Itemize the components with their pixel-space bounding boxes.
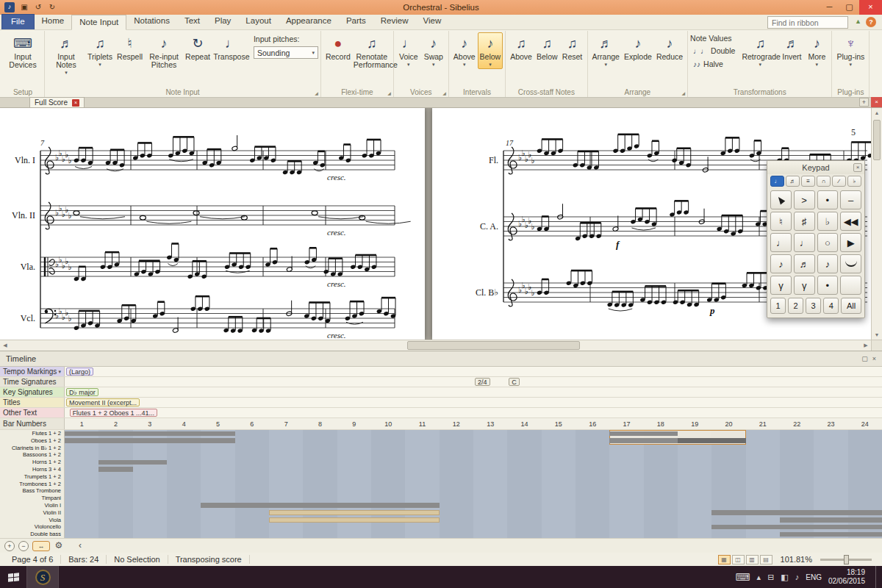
keypad-voice-2[interactable]: 2: [788, 298, 803, 314]
keypad-button-r4c2[interactable]: ♬: [794, 254, 815, 273]
zoom-slider[interactable]: [820, 559, 872, 561]
ribbon-tab-play[interactable]: Play: [207, 14, 238, 29]
voices-voice-button[interactable]: ♩Voice▾: [396, 32, 421, 69]
instrument-row-horns-3-4[interactable]: Horns 3 + 4: [0, 466, 882, 473]
tab-full-score[interactable]: Full Score ×: [29, 97, 85, 107]
redo-icon[interactable]: ↻: [46, 1, 59, 13]
instrument-cells-violoncello[interactable]: [65, 523, 882, 531]
cross-staff-notes-above-button[interactable]: ♫Above: [508, 32, 534, 62]
instrument-row-viola[interactable]: Viola: [0, 517, 882, 524]
clock[interactable]: 18:19 02/06/2015: [828, 568, 865, 587]
show-desktop-button[interactable]: [875, 566, 879, 588]
show-hidden-icons[interactable]: ▴: [757, 573, 761, 582]
keypad-titlebar[interactable]: Keypad ×: [767, 161, 864, 174]
collapse-ribbon-icon[interactable]: ▲: [855, 18, 861, 25]
note-input-respell-button[interactable]: ♮Respell: [115, 32, 145, 62]
timeline-grid[interactable]: Flutes 1 + 2Oboes 1 + 2Clarinets in B♭ 1…: [0, 430, 882, 538]
instrument-row-trombones-1-2[interactable]: Trombones 1 + 2: [0, 481, 882, 488]
keypad-voice-4[interactable]: 4: [823, 298, 839, 314]
network-icon[interactable]: ◧: [781, 573, 788, 582]
timeline-bar-numbers-row[interactable]: Bar Numbers 1234567891011121314151617181…: [0, 418, 882, 430]
scroll-down-icon[interactable]: ▼: [872, 330, 882, 340]
dialog-launcher-icon[interactable]: ◢: [442, 90, 446, 96]
row-label-titles[interactable]: Titles: [0, 398, 65, 407]
keypad-close-button[interactable]: ×: [853, 163, 862, 172]
help-icon[interactable]: ?: [866, 17, 876, 27]
voices-swap-button[interactable]: ♪Swap▾: [421, 32, 446, 69]
ribbon-tab-appearance[interactable]: Appearance: [279, 14, 339, 29]
ribbon-tab-review[interactable]: Review: [373, 14, 416, 29]
scroll-left-icon[interactable]: ◀: [0, 343, 10, 348]
close-button[interactable]: ×: [859, 0, 882, 15]
panorama-view-icon[interactable]: ◫: [732, 555, 745, 564]
vertical-scrollbar[interactable]: ▲ ▼: [871, 108, 882, 340]
instrument-row-bassoons-1-2[interactable]: Bassoons 1 + 2: [0, 451, 882, 459]
arrange-reduce-button[interactable]: ♪Reduce: [654, 32, 685, 62]
halve-button[interactable]: ♪♪Halve: [690, 57, 738, 71]
instrument-row-trumpets-1-2[interactable]: Trumpets 1 + 2: [0, 473, 882, 481]
instrument-row-flutes-1-2[interactable]: Flutes 1 + 2: [0, 430, 882, 437]
instrument-cells-violin-i[interactable]: [65, 502, 882, 509]
ribbon-tab-text[interactable]: Text: [177, 14, 207, 29]
timeline-row-tempo-markings[interactable]: Tempo Markings▾(Largo): [0, 367, 882, 377]
keypad-layout-tab-1[interactable]: ♩: [770, 176, 784, 187]
chip-largo[interactable]: (Largo): [66, 368, 93, 376]
ribbon-tab-view[interactable]: View: [415, 14, 448, 29]
instrument-cells-bass-trombone[interactable]: [65, 487, 882, 495]
row-label-other-text[interactable]: Other Text: [0, 408, 65, 417]
note-input-repeat-button[interactable]: ↻Repeat: [183, 32, 212, 62]
intervals-below-button[interactable]: ♪Below▾: [478, 32, 503, 69]
keypad-voice-3[interactable]: 3: [806, 298, 821, 314]
instrument-row-timpani[interactable]: Timpani: [0, 495, 882, 502]
instrument-cells-trombones-1-2[interactable]: [65, 481, 882, 488]
score-page-left[interactable]: ♭♭♭♭♭♭♭♭♭♭♭♭♭♭♭♭♭♭♭♭Vln. Icresc.Vln. IIc…: [0, 108, 425, 340]
instrument-row-double-bass[interactable]: Double bass: [0, 531, 882, 538]
ribbon-tab-layout[interactable]: Layout: [238, 14, 279, 29]
keypad-layout-tab-3[interactable]: ≡: [801, 176, 815, 187]
instrument-cells-flutes-1-2[interactable]: [65, 430, 882, 437]
language-indicator[interactable]: ENG: [806, 573, 822, 581]
save-icon[interactable]: ▣: [18, 1, 31, 13]
ribbon-tab-notations[interactable]: Notations: [126, 14, 177, 29]
arrange-arrange-button[interactable]: ♬Arrange▾: [590, 32, 622, 69]
instrument-cells-bassoons-1-2[interactable]: [65, 451, 882, 459]
arrange-explode-button[interactable]: ♪Explode: [622, 32, 654, 62]
timeline-undock-icon[interactable]: ▢: [861, 355, 868, 362]
ribbon-tab-note-input[interactable]: Note Input: [71, 15, 126, 30]
touch-keyboard-icon[interactable]: ⌨: [735, 571, 750, 583]
instrument-cells-clarinets-in-b-1-2[interactable]: [65, 445, 882, 452]
timeline-row-time-signatures[interactable]: Time Signatures2/4C: [0, 377, 882, 387]
tab-close-icon[interactable]: ×: [72, 99, 79, 107]
zoom-in-button[interactable]: +: [4, 541, 15, 551]
instrument-row-oboes-1-2[interactable]: Oboes 1 + 2: [0, 437, 882, 445]
keypad-button-r2c3[interactable]: ♭: [817, 212, 839, 231]
keypad-button-r5c1[interactable]: γ: [770, 276, 792, 295]
display-icon[interactable]: ⊟: [767, 573, 774, 582]
undo-icon[interactable]: ↺: [32, 1, 45, 13]
keypad-button-r3c3[interactable]: ○: [817, 233, 839, 252]
intervals-above-button[interactable]: ♪Above▾: [451, 32, 478, 69]
keypad-button-r1c3[interactable]: •: [817, 190, 839, 209]
timeline-close-icon[interactable]: ×: [872, 355, 876, 362]
ribbon-tab-home[interactable]: Home: [35, 14, 72, 29]
horizontal-scroll-thumb[interactable]: [407, 341, 580, 350]
note-input-triplets-button[interactable]: ♫Triplets▾: [85, 32, 115, 69]
keypad-button-r4c3[interactable]: ♪: [817, 254, 839, 273]
cross-staff-notes-reset-button[interactable]: ♫Reset: [560, 32, 585, 62]
plug-ins-plug-ins-button[interactable]: ♆Plug-ins▾: [834, 32, 867, 69]
maximize-button[interactable]: ▢: [839, 0, 859, 15]
input-pitches-select[interactable]: Sounding▾: [254, 46, 318, 59]
timeline-row-titles[interactable]: TitlesMovement II (excerpt...: [0, 398, 882, 408]
keypad-button-r3c4[interactable]: ▶: [840, 233, 861, 252]
pages-view-icon[interactable]: ▦: [718, 555, 731, 564]
keypad-button-r3c2[interactable]: ♩: [794, 233, 815, 252]
spread-view-icon[interactable]: ▤: [760, 555, 772, 564]
flexi-time-record-button[interactable]: ●Record: [323, 32, 353, 62]
flexi-time-renotate-performance-button[interactable]: ♫Renotate Performance: [353, 32, 391, 71]
instrument-row-clarinets-in-b-1-2[interactable]: Clarinets in B♭ 1 + 2: [0, 445, 882, 452]
keypad-layout-tab-4[interactable]: ∩: [817, 176, 831, 187]
instrument-row-violin-ii[interactable]: Violin II: [0, 509, 882, 517]
taskbar-sibelius-button[interactable]: S: [26, 566, 59, 588]
timeline-settings-button[interactable]: ⚙: [54, 541, 64, 551]
scroll-right-icon[interactable]: ▶: [861, 343, 871, 348]
